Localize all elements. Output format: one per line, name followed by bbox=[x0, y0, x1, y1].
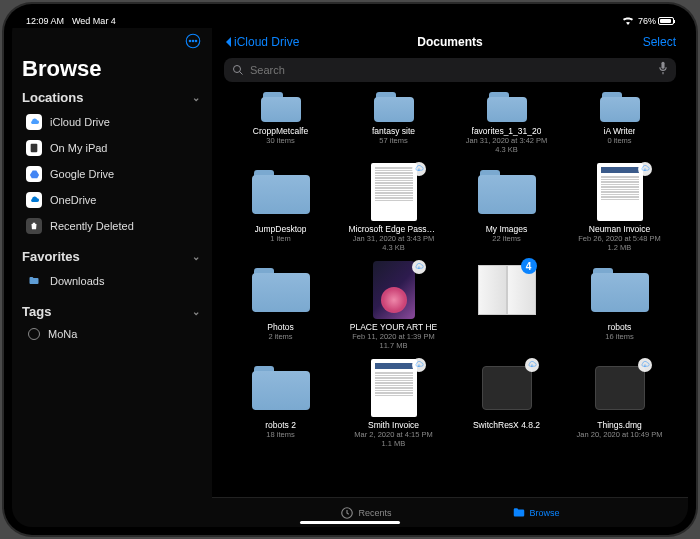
file-name: robots 2 bbox=[265, 420, 296, 430]
file-item[interactable]: robots 16 items bbox=[569, 260, 670, 350]
folder-icon bbox=[512, 506, 526, 520]
status-date: Wed Mar 4 bbox=[72, 16, 116, 26]
file-item[interactable]: fantasy site 57 items bbox=[343, 90, 444, 154]
document-icon bbox=[597, 163, 643, 221]
folder-icon bbox=[487, 92, 527, 122]
search-bar[interactable] bbox=[224, 58, 676, 82]
folder-icon bbox=[26, 273, 42, 289]
sidebar-item-label: Google Drive bbox=[50, 168, 114, 180]
status-bar: 12:09 AM Wed Mar 4 76% bbox=[12, 12, 688, 28]
cloud-download-icon bbox=[638, 358, 652, 372]
file-name: CroppMetcalfe bbox=[253, 126, 308, 136]
svg-point-3 bbox=[195, 40, 197, 42]
cloud-download-icon bbox=[525, 358, 539, 372]
file-meta: 1 item bbox=[270, 234, 290, 243]
tag-icon bbox=[28, 328, 40, 340]
count-badge: 4 bbox=[521, 258, 537, 274]
sidebar-item-icloud-drive[interactable]: iCloud Drive bbox=[22, 109, 202, 135]
more-options-icon[interactable] bbox=[184, 32, 202, 54]
file-meta: Mar 2, 2020 at 4:15 PM1.1 MB bbox=[354, 430, 432, 448]
file-item[interactable]: SwitchResX 4.8.2 bbox=[456, 358, 557, 448]
chevron-down-icon: ⌄ bbox=[192, 306, 200, 317]
svg-rect-7 bbox=[661, 62, 664, 69]
cloud-icon bbox=[26, 114, 42, 130]
file-meta: Jan 31, 2020 at 3:43 PM4.3 KB bbox=[353, 234, 435, 252]
file-meta: Feb 26, 2020 at 5:48 PM1.2 MB bbox=[578, 234, 661, 252]
sidebar-item-label: OneDrive bbox=[50, 194, 96, 206]
cloud-download-icon bbox=[412, 358, 426, 372]
favorites-header[interactable]: Favorites ⌄ bbox=[22, 249, 202, 264]
document-icon bbox=[371, 163, 417, 221]
svg-point-1 bbox=[189, 40, 191, 42]
tab-recents[interactable]: Recents bbox=[340, 506, 391, 520]
search-icon bbox=[232, 64, 244, 76]
file-item[interactable]: PLACE YOUR ART HE Feb 11, 2020 at 1:39 P… bbox=[343, 260, 444, 350]
cloud-download-icon bbox=[412, 162, 426, 176]
file-name: JumpDesktop bbox=[255, 224, 307, 234]
home-indicator[interactable] bbox=[300, 521, 400, 524]
folder-icon bbox=[252, 170, 310, 214]
file-item[interactable]: Smith Invoice Mar 2, 2020 at 4:15 PM1.1 … bbox=[343, 358, 444, 448]
file-meta: 57 items bbox=[379, 136, 407, 145]
page-title: Documents bbox=[417, 35, 482, 49]
folder-icon bbox=[591, 268, 649, 312]
file-name: robots bbox=[608, 322, 632, 332]
file-item[interactable]: Neuman Invoice Feb 26, 2020 at 5:48 PM1.… bbox=[569, 162, 670, 252]
sidebar-item-label: On My iPad bbox=[50, 142, 107, 154]
file-name: SwitchResX 4.8.2 bbox=[473, 420, 540, 430]
wifi-icon bbox=[622, 16, 634, 27]
sidebar-item-onedrive[interactable]: OneDrive bbox=[22, 187, 202, 213]
folder-icon bbox=[252, 268, 310, 312]
main-content: iCloud Drive Documents Select CroppMetca… bbox=[212, 28, 688, 527]
battery-indicator: 76% bbox=[638, 16, 674, 26]
file-name: fantasy site bbox=[372, 126, 415, 136]
file-meta: Jan 31, 2020 at 3:42 PM4.3 KB bbox=[466, 136, 548, 154]
file-item[interactable]: 4 bbox=[456, 260, 557, 350]
file-name: Things.dmg bbox=[597, 420, 641, 430]
file-meta: 30 items bbox=[266, 136, 294, 145]
file-name: Microsoft Edge Passwords bbox=[349, 224, 439, 234]
disk-image-icon bbox=[482, 366, 532, 410]
tags-header[interactable]: Tags ⌄ bbox=[22, 304, 202, 319]
file-item[interactable]: Microsoft Edge Passwords Jan 31, 2020 at… bbox=[343, 162, 444, 252]
file-meta: Jan 20, 2020 at 10:49 PM bbox=[577, 430, 663, 439]
file-meta: 22 items bbox=[492, 234, 520, 243]
file-item[interactable]: Things.dmg Jan 20, 2020 at 10:49 PM bbox=[569, 358, 670, 448]
ipad-icon bbox=[26, 140, 42, 156]
back-button[interactable]: iCloud Drive bbox=[224, 35, 299, 49]
microphone-icon[interactable] bbox=[658, 61, 668, 79]
svg-rect-4 bbox=[31, 144, 38, 152]
file-item[interactable]: My Images 22 items bbox=[456, 162, 557, 252]
sidebar-item-label: MoNa bbox=[48, 328, 77, 340]
chevron-down-icon: ⌄ bbox=[192, 251, 200, 262]
sidebar-item-downloads[interactable]: Downloads bbox=[22, 268, 202, 294]
locations-header[interactable]: Locations ⌄ bbox=[22, 90, 202, 105]
folder-icon bbox=[374, 92, 414, 122]
trash-icon bbox=[26, 218, 42, 234]
search-input[interactable] bbox=[250, 64, 652, 76]
onedrive-icon bbox=[26, 192, 42, 208]
sidebar-tag-mona[interactable]: MoNa bbox=[22, 323, 202, 345]
select-button[interactable]: Select bbox=[643, 35, 676, 49]
file-item[interactable]: Photos 2 items bbox=[230, 260, 331, 350]
chevron-down-icon: ⌄ bbox=[192, 92, 200, 103]
file-meta: Feb 11, 2020 at 1:39 PM11.7 MB bbox=[352, 332, 435, 350]
sidebar-item-recently-deleted[interactable]: Recently Deleted bbox=[22, 213, 202, 239]
file-meta: 0 items bbox=[607, 136, 631, 145]
sidebar-item-google-drive[interactable]: Google Drive bbox=[22, 161, 202, 187]
file-item[interactable]: iA Writer 0 items bbox=[569, 90, 670, 154]
file-item[interactable]: robots 2 18 items bbox=[230, 358, 331, 448]
sidebar: Browse Locations ⌄ iCloud Drive On My iP… bbox=[12, 28, 212, 527]
file-name: Neuman Invoice bbox=[589, 224, 650, 234]
folder-icon bbox=[600, 92, 640, 122]
file-item[interactable]: favorites_1_31_20 Jan 31, 2020 at 3:42 P… bbox=[456, 90, 557, 154]
sidebar-item-label: Recently Deleted bbox=[50, 220, 134, 232]
folder-icon bbox=[252, 366, 310, 410]
file-item[interactable]: JumpDesktop 1 item bbox=[230, 162, 331, 252]
disk-image-icon bbox=[595, 366, 645, 410]
file-item[interactable]: CroppMetcalfe 30 items bbox=[230, 90, 331, 154]
svg-point-5 bbox=[234, 66, 241, 73]
tab-browse[interactable]: Browse bbox=[512, 506, 560, 520]
sidebar-item-on-my-ipad[interactable]: On My iPad bbox=[22, 135, 202, 161]
file-name: Smith Invoice bbox=[368, 420, 419, 430]
